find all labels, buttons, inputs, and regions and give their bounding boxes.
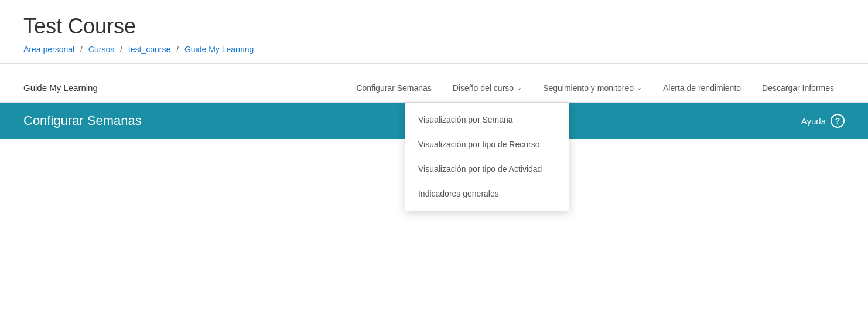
nav-label-alerta-rendimiento: Alerta de rendimiento — [663, 83, 741, 93]
ayuda-icon: ? — [831, 114, 845, 128]
page-title: Test Course — [23, 14, 845, 39]
dropdown-item-visualizacion-recurso[interactable]: Visualización por tipo de Recurso — [405, 132, 569, 157]
breadcrumb-sep-1: / — [78, 45, 85, 54]
nav-label-diseno-curso: Diseño del curso — [453, 83, 514, 93]
page-header: Test Course Área personal / Cursos / tes… — [0, 0, 868, 63]
nav-item-configurar-semanas[interactable]: Configurar Semanas — [346, 73, 442, 103]
nav-label-descargar-informes: Descargar Informes — [762, 83, 834, 93]
chevron-down-icon: ⌄ — [517, 84, 522, 92]
breadcrumb-test-course[interactable]: test_course — [128, 45, 170, 54]
breadcrumb-guide-my-learning[interactable]: Guide My Learning — [184, 45, 254, 54]
dropdown-menu: Visualización por Semana Visualización p… — [405, 103, 569, 211]
breadcrumb-sep-3: / — [174, 45, 181, 54]
breadcrumb-area-personal[interactable]: Área personal — [23, 45, 74, 54]
breadcrumb-sep-2: / — [118, 45, 125, 54]
dropdown-item-visualizacion-actividad[interactable]: Visualización por tipo de Actividad — [405, 157, 569, 181]
nav-bar: Guide My Learning Configurar Semanas Dis… — [0, 73, 868, 103]
header-divider — [0, 63, 868, 64]
dropdown-item-indicadores-generales[interactable]: Indicadores generales — [405, 181, 569, 206]
nav-label-configurar-semanas: Configurar Semanas — [356, 83, 431, 93]
nav-item-descargar-informes[interactable]: Descargar Informes — [751, 73, 845, 103]
ayuda-label: Ayuda — [801, 116, 826, 126]
nav-item-diseno-curso[interactable]: Diseño del curso ⌄ Visualización por Sem… — [442, 73, 532, 103]
nav-items: Configurar Semanas Diseño del curso ⌄ Vi… — [346, 73, 845, 103]
nav-brand: Guide My Learning — [23, 83, 98, 93]
nav-item-alerta-rendimiento[interactable]: Alerta de rendimiento — [652, 73, 751, 103]
nav-label-seguimiento: Seguimiento y monitoreo — [543, 83, 634, 93]
section-bar-title: Configurar Semanas — [23, 113, 142, 128]
ayuda-button[interactable]: Ayuda ? — [801, 114, 845, 128]
nav-item-seguimiento[interactable]: Seguimiento y monitoreo ⌄ — [532, 73, 652, 103]
chevron-down-icon-2: ⌄ — [637, 84, 642, 92]
dropdown-item-visualizacion-semana[interactable]: Visualización por Semana — [405, 107, 569, 132]
breadcrumb: Área personal / Cursos / test_course / G… — [23, 45, 845, 54]
breadcrumb-cursos[interactable]: Cursos — [88, 45, 114, 54]
